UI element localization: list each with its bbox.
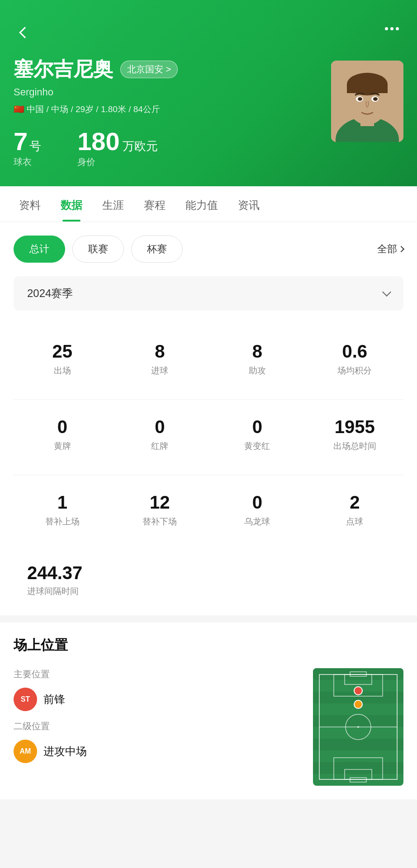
content-area: 总计 联赛 杯赛 全部 2024赛季 25 出场 8 进球 8 助攻 0.6 场…: [0, 222, 417, 799]
stat-assists: 8 助攻: [208, 329, 306, 390]
stat-yellow-value: 0: [18, 418, 107, 436]
stat-red-value: 0: [116, 418, 204, 436]
stat-red-label: 红牌: [116, 440, 204, 452]
stat-appearances-value: 25: [18, 342, 107, 360]
svg-point-28: [354, 687, 362, 695]
chevron-right-icon: [398, 246, 404, 252]
svg-point-9: [373, 97, 378, 101]
market-value: 180: [77, 129, 119, 154]
svg-point-11: [384, 97, 391, 106]
dot2: [390, 27, 393, 30]
secondary-position-label: 二级位置: [14, 720, 299, 732]
position-section: 场上位置 主要位置 ST 前锋 二级位置 AM 进攻中场: [14, 636, 403, 786]
player-meta: 🇨🇳 中国 / 中场 / 29岁 / 1.80米 / 84公斤: [14, 104, 331, 115]
primary-position-item: ST 前锋: [14, 688, 299, 711]
stat-minutes-label: 出场总时间: [311, 440, 399, 452]
back-button[interactable]: [14, 23, 33, 42]
dot3: [396, 27, 399, 30]
stats-divider-2: [14, 475, 403, 475]
stat-sub-on-value: 1: [18, 493, 107, 511]
stat-avg-score: 0.6 场均积分: [306, 329, 404, 390]
stat-own-goal-label: 乌龙球: [213, 516, 302, 528]
filter-cup[interactable]: 杯赛: [131, 236, 183, 263]
tab-news[interactable]: 资讯: [228, 186, 270, 222]
chevron-down-icon: [382, 288, 391, 297]
player-name-chinese: 塞尔吉尼奥: [14, 56, 113, 83]
stats-row-2: 0 黄牌 0 红牌 0 黄变红 1955 出场总时间: [14, 404, 403, 466]
svg-rect-15: [313, 715, 403, 727]
stat-avg-score-value: 0.6: [311, 342, 399, 360]
stat-assists-label: 助攻: [213, 365, 302, 377]
secondary-position-item: AM 进攻中场: [14, 740, 299, 763]
stat-penalty: 2 点球: [306, 480, 404, 541]
stat-yr: 0 黄变红: [208, 404, 306, 466]
jersey-sublabel: 球衣: [14, 156, 41, 168]
jersey-number-block: 7 号 球衣: [14, 129, 41, 168]
player-name-english: Serginho: [14, 86, 331, 98]
position-left: 主要位置 ST 前锋 二级位置 AM 进攻中场: [14, 668, 299, 772]
market-value-label: 身价: [77, 156, 157, 168]
team-badge[interactable]: 北京国安 >: [120, 61, 178, 78]
season-dropdown[interactable]: 2024赛季: [14, 276, 403, 311]
stats-divider-1: [14, 399, 403, 400]
stat-goal-interval: 244.37 进球间隔时间: [14, 550, 403, 602]
svg-point-10: [344, 97, 350, 106]
stat-appearances-label: 出场: [18, 365, 107, 377]
svg-rect-16: [313, 739, 403, 750]
section-divider: [0, 615, 417, 623]
stat-goal-interval-label: 进球间隔时间: [27, 585, 390, 597]
stat-penalty-value: 2: [311, 493, 399, 511]
stat-red: 0 红牌: [111, 404, 209, 466]
stat-own-goal: 0 乌龙球: [208, 480, 306, 541]
tab-data[interactable]: 数据: [51, 186, 92, 222]
svg-point-8: [358, 97, 362, 101]
stat-penalty-label: 点球: [311, 516, 399, 528]
tab-career[interactable]: 生涯: [92, 186, 134, 222]
dot1: [385, 27, 388, 30]
more-button[interactable]: [380, 23, 403, 35]
svg-point-21: [357, 726, 359, 728]
filter-row: 总计 联赛 杯赛 全部: [14, 236, 403, 263]
secondary-badge: AM: [14, 740, 37, 763]
stat-goals-label: 进球: [116, 365, 204, 377]
player-header: 塞尔吉尼奥 北京国安 > Serginho 🇨🇳 中国 / 中场 / 29岁 /…: [0, 0, 417, 186]
tab-bar: 资料 数据 生涯 赛程 能力值 资讯: [0, 186, 417, 222]
player-photo: [331, 61, 403, 142]
stat-yr-value: 0: [213, 418, 302, 436]
stat-minutes-value: 1955: [311, 418, 399, 436]
tab-ability[interactable]: 能力值: [175, 186, 228, 222]
svg-rect-17: [313, 762, 403, 774]
filter-league[interactable]: 联赛: [72, 236, 124, 263]
jersey-label: 号: [29, 138, 41, 154]
stat-sub-off-label: 替补下场: [116, 516, 204, 528]
stat-goal-interval-value: 244.37: [27, 564, 390, 582]
stat-sub-off-value: 12: [116, 493, 204, 511]
stat-goals: 8 进球: [111, 329, 209, 390]
secondary-position-name: 进攻中场: [43, 744, 87, 759]
stats-row-1: 25 出场 8 进球 8 助攻 0.6 场均积分: [14, 329, 403, 390]
stat-sub-on-label: 替补上场: [18, 516, 107, 528]
stat-yellow-label: 黄牌: [18, 440, 107, 452]
stat-goals-value: 8: [116, 342, 204, 360]
stat-appearances: 25 出场: [14, 329, 111, 390]
filter-all-button[interactable]: 全部: [377, 242, 403, 256]
market-value-unit: 万欧元: [123, 138, 158, 154]
position-field: [313, 668, 403, 786]
back-icon: [19, 27, 30, 38]
primary-position-name: 前锋: [43, 692, 65, 707]
market-value-block: 180 万欧元 身价: [77, 129, 157, 168]
stat-minutes: 1955 出场总时间: [306, 404, 404, 466]
svg-rect-5: [347, 84, 388, 93]
primary-badge: ST: [14, 688, 37, 711]
stat-assists-value: 8: [213, 342, 302, 360]
stat-sub-on: 1 替补上场: [14, 480, 111, 541]
stats-row-3: 1 替补上场 12 替补下场 0 乌龙球 2 点球: [14, 480, 403, 541]
stat-sub-off: 12 替补下场: [111, 480, 209, 541]
jersey-number: 7: [14, 129, 28, 154]
filter-total[interactable]: 总计: [14, 236, 65, 263]
tab-info[interactable]: 资料: [9, 186, 51, 222]
stat-avg-score-label: 场均积分: [311, 365, 399, 377]
stat-own-goal-value: 0: [213, 493, 302, 511]
tab-schedule[interactable]: 赛程: [134, 186, 175, 222]
primary-position-label: 主要位置: [14, 668, 299, 680]
